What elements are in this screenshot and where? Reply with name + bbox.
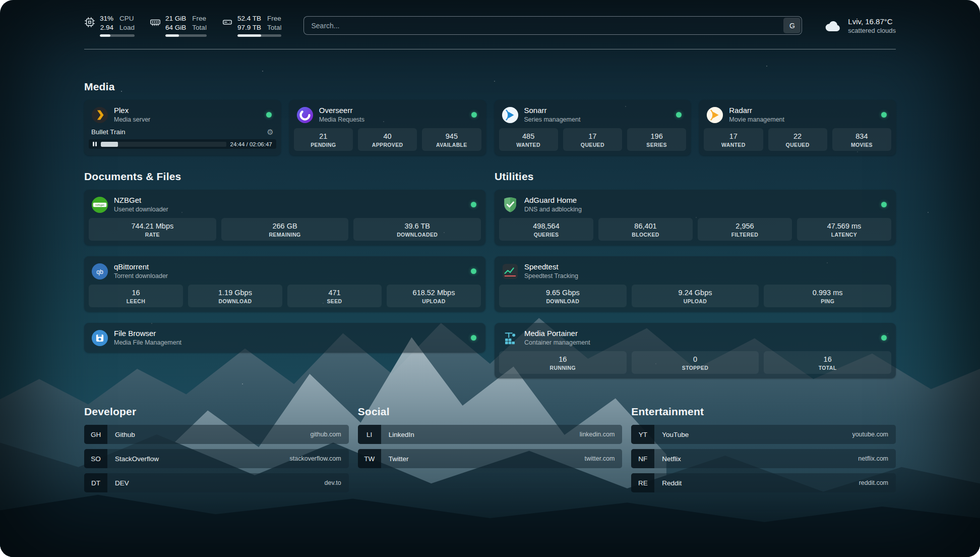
bookmark-name: YouTube: [654, 425, 696, 444]
bookmark-reddit[interactable]: RE Reddit reddit.com: [631, 473, 896, 492]
status-dot: [471, 268, 476, 274]
bookmark-group-entertainment: Entertainment YT YouTube youtube.com NF …: [631, 406, 896, 492]
memory-free: 21 GiB: [165, 14, 186, 23]
stat-remaining: 266 GBREMAINING: [221, 218, 349, 241]
section-title-media: Media: [84, 81, 896, 93]
card-radarr[interactable]: Radarr Movie management 17WANTED 22QUEUE…: [699, 100, 896, 155]
stat-series: 196SERIES: [627, 128, 686, 151]
card-qbittorrent[interactable]: qb qBittorrent Torrent downloader 16LEEC…: [84, 256, 485, 312]
app-subtitle: Torrent downloader: [114, 272, 168, 280]
pause-icon[interactable]: [93, 142, 97, 146]
card-sonarr[interactable]: Sonarr Series management 485WANTED 17QUE…: [495, 100, 691, 155]
status-dot: [471, 112, 477, 118]
app-name: AdGuard Home: [524, 196, 582, 205]
bookmark-name: Github: [107, 425, 143, 444]
settings-gear-icon[interactable]: [267, 128, 273, 136]
status-dot: [881, 202, 887, 207]
bookmark-netflix[interactable]: NF Netflix netflix.com: [631, 449, 896, 468]
bookmark-github[interactable]: GH Github github.com: [84, 425, 349, 444]
status-dot: [471, 335, 476, 341]
bookmark-name: Netflix: [654, 449, 689, 468]
bookmark-abbr: DT: [84, 473, 107, 492]
search-input[interactable]: [303, 16, 802, 35]
cpu-progress-bar: [100, 34, 135, 37]
section-title-documents: Documents & Files: [84, 171, 485, 183]
section-media: Media Plex Media server: [84, 81, 896, 155]
memory-total: 64 GiB: [165, 23, 186, 32]
stat-download: 1.19 GbpsDOWNLOAD: [188, 285, 282, 307]
bookmark-linkedin[interactable]: LI LinkedIn linkedin.com: [358, 425, 623, 444]
stat-queued: 22QUEUED: [768, 128, 827, 151]
playback-time: 24:44 / 02:06:47: [230, 141, 272, 147]
disk-free-label: Free: [267, 14, 282, 23]
app-name: Speedtest: [524, 262, 578, 271]
stat-downloaded: 39.6 TBDOWNLOADED: [353, 218, 481, 241]
cpu-label: CPU: [119, 14, 135, 23]
app-subtitle: Speedtest Tracking: [524, 272, 578, 280]
speedtest-icon: [502, 263, 519, 280]
bookmark-domain: dev.to: [317, 473, 349, 492]
app-subtitle: Media server: [114, 116, 150, 124]
playback-track[interactable]: [101, 142, 226, 147]
dashboard-window: 31% CPU 2.94 Load: [0, 0, 980, 557]
card-plex[interactable]: Plex Media server Bullet Train 24:44 / 0…: [84, 100, 281, 155]
app-name: qBittorrent: [114, 262, 168, 271]
svg-text:qb: qb: [96, 268, 103, 275]
stat-ping: 0.993 msPING: [764, 285, 891, 307]
weather-condition: scattered clouds: [848, 26, 896, 35]
stat-wanted: 485WANTED: [499, 128, 558, 151]
bookmark-dev[interactable]: DT DEV dev.to: [84, 473, 349, 492]
bookmark-abbr: GH: [84, 425, 107, 444]
cpu-widget: 31% CPU 2.94 Load: [84, 14, 135, 37]
disk-widget: 52.4 TB Free 97.9 TB Total: [222, 14, 282, 37]
playback-bar[interactable]: 24:44 / 02:06:47: [89, 139, 276, 149]
bookmark-domain: linkedin.com: [572, 425, 622, 444]
card-adguard[interactable]: AdGuard Home DNS and adblocking 498,564Q…: [495, 190, 896, 245]
bookmark-abbr: NF: [631, 449, 654, 468]
stat-queued: 17QUEUED: [563, 128, 622, 151]
bookmark-domain: youtube.com: [844, 425, 896, 444]
app-name: NZBGet: [114, 196, 168, 205]
bookmark-domain: github.com: [303, 425, 349, 444]
app-subtitle: Media File Management: [114, 339, 181, 347]
bookmark-domain: stackoverflow.com: [282, 449, 349, 468]
header-divider: [84, 49, 896, 49]
app-subtitle: Usenet downloader: [114, 205, 168, 213]
qbittorrent-icon: qb: [91, 263, 108, 280]
memory-free-label: Free: [192, 14, 207, 23]
section-documents: Documents & Files nzbget NZBGet: [84, 171, 485, 353]
memory-total-label: Total: [192, 23, 207, 32]
status-dot: [676, 112, 682, 118]
adguard-icon: [502, 196, 519, 213]
card-overseerr[interactable]: Overseerr Media Requests 21PENDING 40APP…: [289, 100, 486, 155]
stat-upload: 9.24 GbpsUPLOAD: [632, 285, 759, 307]
cpu-load: 2.94: [100, 23, 113, 32]
bookmark-abbr: TW: [358, 449, 381, 468]
section-title-utilities: Utilities: [495, 171, 896, 183]
card-filebrowser[interactable]: File Browser Media File Management: [84, 323, 485, 353]
section-title-developer: Developer: [84, 406, 349, 418]
cpu-load-label: Load: [119, 23, 135, 32]
resource-widgets: 31% CPU 2.94 Load: [84, 14, 281, 37]
app-subtitle: Series management: [524, 116, 581, 124]
stat-movies: 834MOVIES: [832, 128, 891, 151]
card-speedtest[interactable]: Speedtest Speedtest Tracking 9.65 GbpsDO…: [495, 256, 896, 312]
plex-icon: [91, 106, 108, 124]
stat-available: 945AVAILABLE: [422, 128, 481, 151]
bookmark-name: DEV: [107, 473, 137, 492]
bookmark-twitter[interactable]: TW Twitter twitter.com: [358, 449, 623, 468]
card-nzbget[interactable]: nzbget NZBGet Usenet downloader 744.21 M…: [84, 190, 485, 245]
section-utilities: Utilities AdGuard Home: [495, 171, 896, 378]
cpu-icon: [84, 17, 95, 28]
stat-leech: 16LEECH: [89, 285, 183, 307]
stat-queries: 498,564QUERIES: [499, 218, 593, 241]
card-portainer[interactable]: Media Portainer Container management 16R…: [495, 323, 896, 378]
app-name: Radarr: [729, 106, 784, 115]
search-provider-button[interactable]: G: [783, 18, 801, 33]
filebrowser-icon: [91, 329, 108, 347]
bookmark-youtube[interactable]: YT YouTube youtube.com: [631, 425, 896, 444]
weather-widget[interactable]: Lviv, 16.87°C scattered clouds: [824, 17, 896, 35]
bookmark-stackoverflow[interactable]: SO StackOverflow stackoverflow.com: [84, 449, 349, 468]
bookmark-abbr: RE: [631, 473, 654, 492]
stat-rate: 744.21 MbpsRATE: [89, 218, 216, 241]
